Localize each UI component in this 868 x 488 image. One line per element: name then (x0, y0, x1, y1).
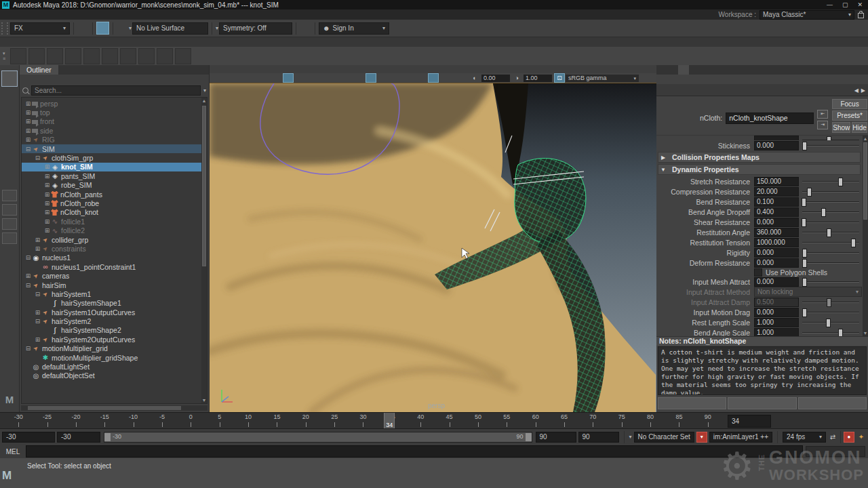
xray-icon[interactable] (450, 73, 459, 81)
scale-tool[interactable] (2, 160, 17, 175)
exposure-icon[interactable]: ◐ (470, 74, 479, 82)
attribute-row[interactable]: Stretch Resistance 150.000 (656, 176, 862, 186)
expander-icon[interactable]: ⊞ (34, 336, 41, 343)
attribute-slider[interactable] (802, 248, 859, 257)
go-to-end-button[interactable] (854, 415, 865, 426)
play-forwards-button[interactable] (820, 415, 831, 426)
minimize-button[interactable]: — (827, 1, 833, 8)
shelf-icon[interactable] (157, 48, 173, 64)
timeline-tick[interactable]: 75 (608, 413, 636, 428)
footer-button[interactable] (798, 397, 867, 409)
outliner-item[interactable]: nucleus1_pointConstraint1 (22, 262, 207, 271)
render-settings-icon[interactable] (300, 17, 311, 28)
color-management-icon[interactable]: ⊡ (554, 73, 565, 83)
shelf-icon[interactable] (138, 48, 155, 64)
timeline-tick[interactable]: -5 (148, 413, 176, 428)
outliner-item[interactable]: ⊞ robe_SIM (22, 181, 207, 190)
attribute-slider[interactable] (802, 218, 859, 226)
select-hierarchy-icon[interactable] (96, 10, 108, 22)
outliner-item[interactable]: ⊞ collider_grp (22, 235, 207, 244)
expander-icon[interactable]: ⊞ (24, 136, 32, 143)
paint-select-tool[interactable] (2, 107, 17, 122)
timeline-tick[interactable]: 80 (636, 413, 665, 428)
snap-point-icon[interactable] (117, 17, 128, 28)
timeline-tick[interactable]: -20 (62, 413, 90, 428)
outliner-item[interactable]: ⊞ knot_SIM (22, 163, 207, 171)
shelf-icon[interactable] (28, 48, 45, 64)
outliner-tab[interactable]: Outliner (20, 65, 58, 75)
timeline-tick[interactable]: 70 (578, 413, 607, 428)
character-set-selector[interactable]: No Character Set (634, 432, 694, 443)
lasso-select-tool[interactable] (2, 89, 17, 104)
select-tool[interactable] (1, 70, 18, 87)
timeline-tick[interactable]: 20 (292, 413, 320, 428)
attribute-row[interactable] (656, 136, 862, 140)
gamma-field[interactable]: 1.00 (524, 75, 552, 82)
shelf-icon[interactable] (175, 48, 191, 64)
outliner-item[interactable]: hairSystemShape2 (22, 326, 207, 335)
shelf-icon[interactable] (83, 48, 100, 64)
sequence-time-icon[interactable] (439, 73, 449, 81)
timeline-tick[interactable]: 15 (262, 413, 291, 428)
playback-loop-icon[interactable]: ⇄ (828, 432, 837, 442)
focus-button[interactable]: Focus (832, 99, 867, 109)
outliner-search-input[interactable] (31, 85, 201, 96)
attribute-row[interactable]: Restitution Angle 360.000 (656, 227, 862, 237)
attribute-slider[interactable] (802, 277, 859, 286)
checkbox[interactable] (754, 268, 762, 277)
open-scene-icon[interactable] (77, 11, 89, 22)
chevron-down-icon[interactable]: ▾ (203, 87, 206, 94)
timeline-tick[interactable]: 40 (406, 413, 435, 428)
outliner-item[interactable]: ⊞ nCloth_knot (22, 208, 207, 217)
playback-start-field[interactable]: -30 (57, 432, 100, 443)
multisampling-icon[interactable] (428, 73, 439, 83)
textured-icon[interactable] (377, 73, 387, 81)
single-pane-layout-button[interactable] (2, 190, 17, 201)
film-gate-icon[interactable] (294, 73, 304, 81)
image-plane-icon[interactable] (252, 73, 262, 81)
section-header[interactable]: ▶ Collision Properties Maps (658, 152, 861, 163)
select-object-icon[interactable] (96, 22, 109, 35)
output-connection-icon[interactable]: ⇥ (817, 121, 828, 129)
screen-space-ao-icon[interactable] (408, 73, 417, 81)
snap-grid-icon[interactable] (117, 0, 128, 5)
move-tool[interactable] (2, 125, 17, 140)
command-input[interactable] (26, 445, 803, 458)
attribute-editor-toggle-icon[interactable] (856, 22, 868, 34)
timeline-tick[interactable]: 10 (234, 413, 262, 428)
timeline-tick[interactable]: 50 (464, 413, 492, 428)
timeline-tick[interactable]: 25 (320, 413, 349, 428)
rotate-tool[interactable] (2, 142, 17, 157)
outliner-item[interactable]: ⊞ hairSystem2OutputCurves (22, 335, 207, 344)
sign-in-button[interactable]: ☻Sign In▾ (319, 22, 389, 35)
current-frame-field[interactable]: 34 (728, 415, 771, 428)
playback-end-field[interactable]: 90 (536, 432, 576, 443)
attribute-slider[interactable] (802, 177, 859, 186)
3d-scene[interactable]: persp (210, 83, 656, 412)
attribute-slider[interactable] (802, 207, 859, 216)
expander-icon[interactable]: ⊞ (24, 109, 32, 116)
attribute-row[interactable]: Bend Angle Dropoff 0.400 (656, 207, 862, 217)
wireframe-icon[interactable] (355, 73, 365, 81)
command-language-toggle[interactable]: MEL (3, 448, 23, 455)
attribute-slider[interactable] (802, 197, 859, 206)
step-back-key-button[interactable] (785, 415, 796, 426)
attribute-slider[interactable] (802, 258, 859, 267)
attribute-slider[interactable] (802, 228, 859, 237)
section-grip[interactable] (1, 22, 8, 35)
shelf-menu-icon[interactable]: ▾≡ (3, 52, 5, 61)
maximize-button[interactable]: ▢ (842, 1, 848, 8)
fps-selector[interactable]: 24 fps▾ (783, 432, 826, 443)
outliner-item[interactable]: defaultObjectSet (22, 371, 207, 380)
outliner-item[interactable]: ⊟ clothSim_grp (22, 153, 207, 162)
section-header[interactable]: ▼ Dynamic Properties (658, 164, 861, 175)
exposure-field[interactable]: 0.00 (481, 75, 510, 82)
expander-icon[interactable]: ⊟ (24, 254, 32, 261)
attribute-row[interactable]: Input Mesh Attract 0.000 (656, 277, 862, 287)
render-current-frame-icon[interactable] (300, 0, 311, 5)
outliner-item[interactable]: ⊞ hairSystem1OutputCurves (22, 308, 207, 317)
four-pane-layout-button[interactable] (2, 204, 17, 216)
footer-button[interactable] (658, 397, 726, 409)
expander-icon[interactable]: ⊟ (34, 155, 41, 161)
expander-icon[interactable]: ⊞ (24, 272, 32, 279)
